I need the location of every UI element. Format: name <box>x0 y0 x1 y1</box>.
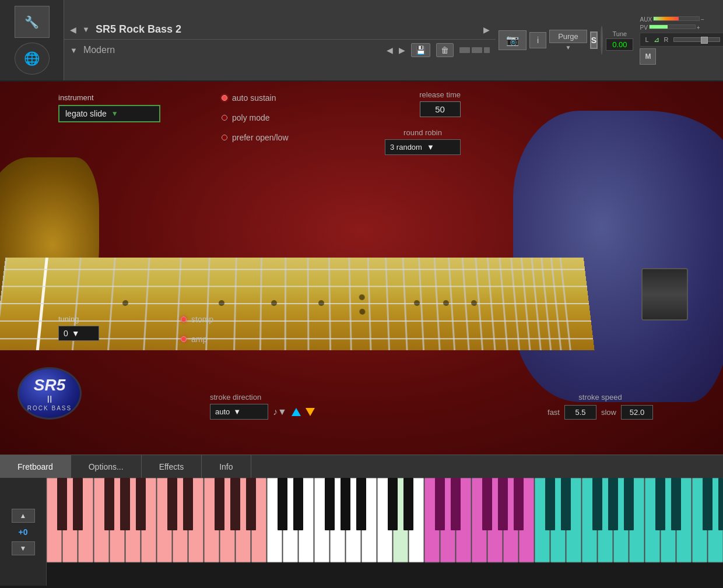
auto-sustain-led[interactable] <box>222 95 227 101</box>
tuning-label: tuning <box>58 315 99 323</box>
fret-dot-12b <box>359 309 365 315</box>
svg-rect-69 <box>608 478 618 530</box>
prefer-open-led[interactable] <box>222 135 227 140</box>
stroke-direction-chevron: ▼ <box>233 407 241 416</box>
logo-sr5-text: SR5 <box>34 376 65 395</box>
svg-rect-64 <box>498 478 508 530</box>
down-stroke-icon[interactable] <box>306 408 315 416</box>
svg-rect-63 <box>482 478 492 530</box>
preset-row: ▼ Modern ◀ ▶ 💾 🗑 <box>64 40 496 61</box>
sr5-logo-area: SR5 II ROCK BASS <box>17 367 82 420</box>
fret-dot-7 <box>271 300 277 306</box>
instrument-next-btn[interactable]: ▶ <box>483 25 490 34</box>
poly-mode-led[interactable] <box>222 115 227 121</box>
instrument-dropdown-value: legato slide <box>65 109 107 118</box>
tune-value: 0.00 <box>606 38 633 51</box>
stroke-direction-controls: auto ▼ ♪▼ <box>210 404 315 420</box>
up-stroke-icon[interactable] <box>292 408 301 416</box>
pv-label: PV <box>640 24 647 31</box>
tuning-chevron: ▼ <box>72 329 80 338</box>
amp-row: amp <box>181 335 213 344</box>
wrench-icon[interactable]: 🔧 <box>15 6 50 38</box>
volume-slider[interactable] <box>673 37 720 42</box>
top-bar-right: 📷 i Purge ▼ S Tune 0.00 AUX − PV <box>496 0 723 80</box>
info-btn[interactable]: i <box>529 32 546 48</box>
svg-rect-62 <box>451 478 461 530</box>
tune-knob[interactable] <box>601 26 603 55</box>
svg-rect-46 <box>104 478 114 530</box>
octave-down-btn[interactable]: ▼ <box>12 541 35 555</box>
plus-label: + <box>697 24 700 31</box>
logo-ii-text: II <box>47 395 52 405</box>
stroke-fast-value[interactable]: 5.5 <box>564 405 596 420</box>
instrument-controls: instrument legato slide ▼ <box>58 93 160 122</box>
note-icon[interactable]: ♪▼ <box>273 407 287 417</box>
stroke-direction-value: auto <box>215 407 230 416</box>
svg-rect-48 <box>136 478 146 530</box>
instrument-dropdown-chevron: ▼ <box>111 110 118 118</box>
octave-value: +0 <box>19 527 28 537</box>
instrument-type-dropdown[interactable]: legato slide ▼ <box>58 105 160 122</box>
peak-meter-icon: ⊿ <box>654 36 659 44</box>
tab-options[interactable]: Options... <box>71 455 142 478</box>
stroke-direction-dropdown[interactable]: auto ▼ <box>210 404 268 420</box>
pv-bar[interactable] <box>649 24 696 29</box>
tab-info[interactable]: Info <box>202 455 251 478</box>
stomp-led[interactable] <box>181 316 187 322</box>
svg-rect-59 <box>388 478 398 530</box>
amp-label: amp <box>191 335 207 344</box>
prefer-open-row: prefer open/low <box>222 133 289 142</box>
tuning-dropdown[interactable]: 0 ▼ <box>58 326 99 341</box>
fret-dot-5 <box>219 300 224 306</box>
fret-dot-3 <box>122 300 129 306</box>
instrument-row: ◀ ▼ SR5 Rock Bass 2 ▶ <box>64 20 496 40</box>
octave-up-btn[interactable]: ▲ <box>12 509 35 523</box>
string-3 <box>0 303 589 304</box>
fret-dot-15 <box>414 300 420 306</box>
save-preset-btn[interactable]: 💾 <box>411 43 430 57</box>
round-robin-dropdown[interactable]: 3 random ▼ <box>385 139 461 155</box>
auto-sustain-row: auto sustain <box>222 93 289 103</box>
piano-section: ▲ +0 ▼ // We'll do this statically with … <box>0 478 723 586</box>
purge-area: Purge ▼ <box>549 30 587 51</box>
camera-btn[interactable]: 📷 <box>499 30 527 50</box>
instrument-dropdown-arrow: ▼ <box>82 25 90 34</box>
svg-rect-61 <box>435 478 445 530</box>
preset-bar-2 <box>472 47 482 53</box>
auto-sustain-label: auto sustain <box>232 93 276 103</box>
m-button[interactable]: M <box>640 48 656 65</box>
stroke-direction-panel: stroke direction auto ▼ ♪▼ <box>210 393 315 420</box>
release-time-panel: release time 50 <box>419 90 461 117</box>
round-robin-chevron: ▼ <box>427 143 434 152</box>
tab-fretboard[interactable]: Fretboard <box>0 455 71 478</box>
preset-next-btn[interactable]: ▶ <box>399 45 405 55</box>
release-time-value[interactable]: 50 <box>420 101 461 117</box>
tune-section: Tune 0.00 <box>606 30 633 51</box>
purge-btn[interactable]: Purge <box>549 30 587 43</box>
svg-rect-54 <box>278 478 287 530</box>
globe-icon[interactable]: 🌐 <box>15 43 50 75</box>
stroke-slow-value[interactable]: 52.0 <box>621 405 653 420</box>
preset-bar-1 <box>459 47 470 53</box>
svg-rect-44 <box>57 478 67 530</box>
fret-dot-12a <box>359 294 365 300</box>
instrument-prev-btn[interactable]: ◀ <box>70 25 76 34</box>
preset-prev-btn[interactable]: ◀ <box>387 45 393 55</box>
aux-bar[interactable] <box>653 16 700 21</box>
tab-effects[interactable]: Effects <box>142 455 202 478</box>
sr5-logo: SR5 II ROCK BASS <box>17 367 82 420</box>
svg-rect-51 <box>215 478 224 530</box>
options-checkboxes: auto sustain poly mode prefer open/low <box>222 93 289 153</box>
delete-preset-btn[interactable]: 🗑 <box>436 43 454 57</box>
svg-rect-53 <box>246 478 256 530</box>
s-button[interactable]: S <box>590 31 598 49</box>
piano-keys-area[interactable]: // We'll do this statically with colored… <box>47 478 723 586</box>
stroke-slow-label: slow <box>601 408 616 417</box>
amp-led[interactable] <box>181 336 187 342</box>
stomp-label: stomp <box>191 315 213 324</box>
string-1 <box>4 269 585 270</box>
fret-dot-19 <box>471 300 478 306</box>
svg-rect-50 <box>183 478 193 530</box>
guitar-pickup <box>641 268 688 321</box>
round-robin-label: round robin <box>385 128 461 137</box>
